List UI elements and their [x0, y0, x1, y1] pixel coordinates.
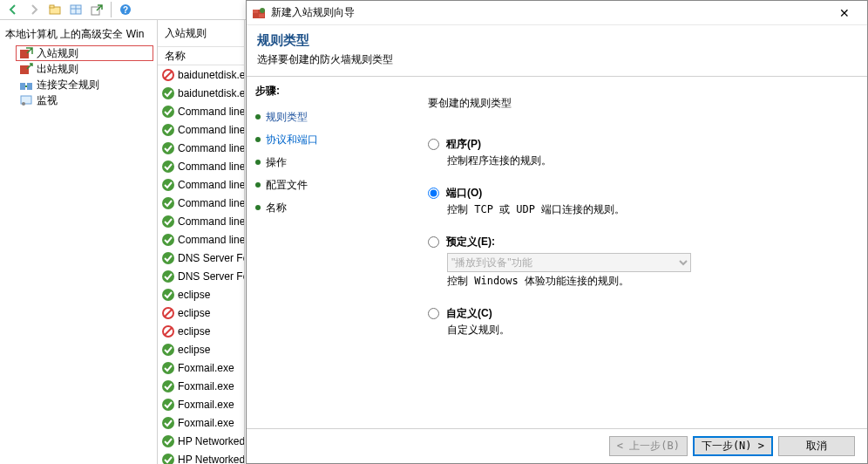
- rule-row[interactable]: HP Networked: [158, 450, 244, 464]
- svg-rect-9: [20, 65, 29, 74]
- radio-option-custom: 自定义(C)自定义规则。: [428, 306, 851, 338]
- grid-button[interactable]: [66, 1, 85, 18]
- radio-custom[interactable]: [428, 308, 439, 319]
- wizard-content: 要创建的规则类型 程序(P)控制程序连接的规则。端口(O)控制 TCP 或 UD…: [412, 77, 867, 428]
- folder-button[interactable]: [45, 1, 64, 18]
- back-button[interactable]: < 上一步(B): [609, 436, 688, 456]
- allow-icon: [161, 178, 175, 192]
- rule-row[interactable]: DNS Server Fo: [158, 267, 244, 285]
- rule-row[interactable]: Command line: [158, 212, 244, 230]
- rule-row[interactable]: baidunetdisk.e: [158, 65, 244, 84]
- rule-row[interactable]: Command line: [158, 139, 244, 157]
- inbound-icon: [19, 46, 33, 60]
- bullet-icon: [255, 137, 261, 142]
- svg-line-32: [165, 328, 172, 335]
- svg-point-33: [162, 344, 174, 356]
- allow-icon: [161, 105, 175, 119]
- svg-line-16: [165, 72, 172, 78]
- rule-row[interactable]: eclipse: [158, 285, 244, 304]
- rule-row[interactable]: HP Networked: [158, 432, 244, 450]
- radio-program[interactable]: [428, 139, 439, 150]
- rule-name: Command line: [178, 124, 244, 136]
- allow-icon: [161, 123, 175, 137]
- radio-row[interactable]: 端口(O): [428, 186, 851, 201]
- rule-name: Foxmail.exe: [178, 399, 234, 411]
- allow-icon: [161, 361, 175, 375]
- rule-row[interactable]: Command line: [158, 120, 244, 139]
- nav-forward-button[interactable]: [24, 1, 44, 18]
- rule-row[interactable]: Foxmail.exe: [158, 413, 244, 432]
- rule-row[interactable]: Command line: [158, 157, 244, 175]
- rule-name: Command line: [178, 215, 244, 228]
- svg-point-27: [162, 270, 174, 283]
- rule-row[interactable]: eclipse: [158, 322, 244, 340]
- allow-icon: [161, 343, 175, 357]
- rule-name: eclipse: [178, 344, 210, 356]
- predefined-select[interactable]: "播放到设备"功能: [447, 253, 691, 272]
- close-button[interactable]: ✕: [827, 3, 862, 23]
- svg-rect-1: [50, 5, 54, 8]
- radio-row[interactable]: 预定义(E):: [428, 235, 851, 249]
- rule-name: eclipse: [178, 307, 210, 319]
- allow-icon: [161, 141, 175, 155]
- rule-row[interactable]: baidunetdisk.e: [158, 84, 244, 102]
- radio-label: 自定义(C): [446, 306, 492, 321]
- wizard-dialog: 新建入站规则向导 ✕ 规则类型 选择要创建的防火墙规则类型 步骤: 规则类型协议…: [246, 0, 868, 464]
- radio-desc: 自定义规则。: [447, 323, 851, 338]
- rule-name: Command line: [178, 197, 244, 209]
- wizard-step[interactable]: 协议和端口: [255, 128, 403, 151]
- tree-panel: 本地计算机 上的高级安全 Win 入站规则出站规则连接安全规则监视: [0, 20, 158, 464]
- help-button[interactable]: ?: [116, 1, 135, 18]
- svg-point-24: [162, 215, 174, 228]
- svg-point-35: [162, 380, 174, 392]
- tree-item-outbound[interactable]: 出站规则: [0, 61, 157, 77]
- radio-row[interactable]: 自定义(C): [428, 306, 851, 321]
- column-header-name[interactable]: 名称: [158, 46, 244, 65]
- rule-name: Command line: [178, 106, 244, 118]
- rule-name: DNS Server Fo: [178, 270, 244, 283]
- radio-label: 端口(O): [446, 186, 482, 201]
- svg-rect-42: [259, 14, 264, 17]
- svg-line-30: [165, 310, 172, 317]
- rule-row[interactable]: Command line: [158, 102, 244, 120]
- rule-row[interactable]: Foxmail.exe: [158, 377, 244, 395]
- radio-row[interactable]: 程序(P): [428, 137, 851, 152]
- block-icon: [161, 68, 175, 82]
- content-title: 要创建的规则类型: [428, 96, 851, 111]
- svg-rect-41: [253, 10, 258, 13]
- rule-row[interactable]: Command line: [158, 194, 244, 212]
- radio-predefined[interactable]: [428, 236, 439, 248]
- rule-row[interactable]: Command line: [158, 175, 244, 194]
- rule-row[interactable]: Foxmail.exe: [158, 358, 244, 377]
- rule-row[interactable]: Command line: [158, 230, 244, 249]
- tree-item-inbound[interactable]: 入站规则: [16, 45, 153, 61]
- tree-item-monitor[interactable]: 监视: [0, 92, 157, 108]
- tree-item-connsec[interactable]: 连接安全规则: [0, 77, 157, 92]
- cancel-button[interactable]: 取消: [778, 436, 855, 456]
- rule-row[interactable]: Foxmail.exe: [158, 395, 244, 413]
- wizard-header-title: 规则类型: [257, 32, 857, 49]
- svg-point-28: [162, 289, 174, 301]
- svg-rect-11: [27, 83, 32, 90]
- step-label: 操作: [266, 155, 287, 170]
- rule-row[interactable]: eclipse: [158, 304, 244, 322]
- block-icon: [161, 306, 175, 320]
- bullet-icon: [255, 182, 261, 188]
- step-label: 配置文件: [266, 178, 308, 193]
- radio-option-predefined: 预定义(E):"播放到设备"功能控制 Windows 体验功能连接的规则。: [428, 235, 851, 289]
- svg-point-14: [22, 102, 25, 106]
- nav-back-button[interactable]: [3, 1, 23, 18]
- rule-name: HP Networked: [178, 454, 244, 465]
- radio-port[interactable]: [428, 188, 439, 199]
- rule-row[interactable]: eclipse: [158, 340, 244, 358]
- tree-root-title[interactable]: 本地计算机 上的高级安全 Win: [0, 25, 157, 45]
- rule-row[interactable]: DNS Server Fo: [158, 249, 244, 267]
- allow-icon: [161, 434, 175, 448]
- wizard-step: 配置文件: [255, 174, 403, 196]
- radio-desc: 控制程序连接的规则。: [447, 154, 851, 168]
- wizard-step: 名称: [255, 196, 403, 219]
- toolbar-separator: [111, 2, 112, 17]
- bullet-icon: [255, 160, 261, 165]
- export-button[interactable]: [87, 1, 106, 18]
- next-button[interactable]: 下一步(N) >: [693, 436, 773, 456]
